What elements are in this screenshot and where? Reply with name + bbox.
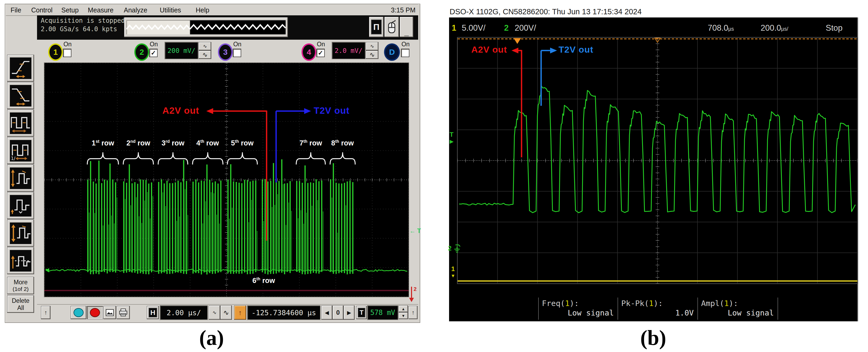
trigger-level-spinner[interactable]: ▲ ▼: [399, 306, 408, 319]
row-label-8: 8th row: [326, 139, 359, 147]
stop-button[interactable]: [87, 306, 103, 319]
b-run-state: Stop: [826, 23, 843, 33]
printer-icon: [119, 309, 127, 317]
check-icon: ✓: [151, 49, 156, 57]
run-icon: [73, 308, 84, 317]
amplitude-icon: [10, 222, 31, 244]
screen-capture-button[interactable]: [104, 306, 116, 319]
menu-utilities[interactable]: Utilities: [157, 5, 184, 15]
menu-control[interactable]: Control: [29, 5, 55, 15]
run-button[interactable]: [71, 306, 86, 319]
zoom-out-button[interactable]: ∿: [209, 306, 220, 319]
channel1-button[interactable]: 1: [48, 43, 63, 61]
channel2-scale-spinner[interactable]: ∿ ∿: [199, 42, 211, 59]
delay-time-display[interactable]: -125.7384600 µs: [248, 306, 320, 319]
meas-average-button[interactable]: [7, 248, 34, 274]
menu-analyze[interactable]: Analyze: [121, 5, 150, 15]
row-label-6: 6th row: [247, 277, 280, 285]
row-label-2: 2nd row: [122, 139, 155, 147]
down-triangle-icon[interactable]: ▼: [399, 313, 408, 319]
caption-a: (a): [183, 326, 241, 350]
caption-b: (b): [624, 326, 682, 350]
memory-bar-window[interactable]: [126, 20, 190, 34]
channel2-on-checkbox[interactable]: ✓: [150, 49, 157, 57]
scroll-up-left-button[interactable]: ↑: [41, 306, 50, 319]
row-label-3: 3rd row: [157, 139, 189, 147]
b-ch1-scale: 5.00V/: [462, 23, 486, 33]
mouse-mode-button[interactable]: [384, 17, 399, 37]
row-label-7: 7th row: [294, 139, 327, 147]
menu-file[interactable]: File: [8, 5, 24, 15]
channel1-on-checkbox[interactable]: [63, 49, 71, 57]
pulse-mode-button[interactable]: Π: [369, 17, 383, 37]
channel4-on-checkbox[interactable]: ✓: [317, 49, 324, 57]
meas-period-button[interactable]: [7, 110, 34, 136]
waveform-b-plot: [458, 37, 858, 284]
b-trigger-level-marker: T ▶: [450, 131, 454, 145]
channel4-scale-display[interactable]: 2.0 mV/: [332, 42, 365, 59]
meas-minimum-button[interactable]: [7, 193, 34, 219]
delete-all-button[interactable]: Delete All: [7, 296, 34, 313]
minimize-button[interactable]: _: [400, 17, 413, 37]
channel3-on-checkbox[interactable]: [233, 49, 241, 57]
channel3-button[interactable]: 3: [218, 43, 233, 61]
screen-right-edge: [858, 18, 858, 321]
scale-down-icon[interactable]: ∿: [366, 51, 378, 59]
pkpk-measurement-value: 1.0V: [621, 308, 694, 317]
meas-overshoot-button[interactable]: [7, 165, 34, 191]
channel4-button[interactable]: 4: [302, 43, 316, 61]
channel2-scale-display[interactable]: 200 mV/: [165, 42, 198, 59]
memory-bar[interactable]: [124, 18, 288, 37]
digital-on-label: On: [401, 41, 410, 48]
timebase-display[interactable]: 2.00 µs/: [160, 306, 207, 319]
scale-down-icon[interactable]: ∿: [199, 51, 211, 59]
print-button[interactable]: [117, 306, 130, 319]
trigger-level-display[interactable]: 578 mV: [368, 306, 398, 319]
ampl-measurement-label: Ampl(1):: [701, 299, 738, 308]
more-button[interactable]: More (1of 2): [7, 277, 34, 294]
memory-bar-full: [190, 20, 286, 34]
right-triangle-icon: ▶: [347, 310, 351, 316]
right-triangle-icon: ▶: [450, 138, 454, 145]
down-triangle-icon: ▼: [451, 273, 456, 279]
meas-divider: [778, 297, 778, 320]
zero-delay-button[interactable]: 0: [333, 306, 343, 319]
pan-right-button[interactable]: ▶: [344, 306, 354, 319]
digital-channel-button[interactable]: D: [384, 43, 400, 61]
ground-icon: [453, 244, 461, 253]
up-triangle-icon[interactable]: ▲: [399, 306, 408, 312]
trigger-button[interactable]: T: [356, 306, 367, 319]
channel2-button[interactable]: 2: [134, 43, 149, 61]
more-button-label: More: [7, 279, 34, 286]
menu-setup[interactable]: Setup: [59, 5, 81, 15]
meas-amplitude-button[interactable]: [7, 220, 34, 247]
image-icon: [106, 309, 114, 316]
scale-up-icon[interactable]: ∿: [366, 42, 378, 50]
digital-on-checkbox[interactable]: [401, 49, 409, 57]
pan-left-button[interactable]: ◀: [321, 306, 332, 319]
menu-measure[interactable]: Measure: [85, 5, 116, 15]
row-label-4: 4th row: [191, 139, 224, 147]
meas-divider: [698, 297, 698, 320]
t2v-out-label: T2V out: [314, 105, 349, 116]
pulse-icon: Π: [371, 20, 382, 34]
meas-rise-time-button[interactable]: [7, 55, 34, 82]
screenshot-stage: File Control Setup Measure Analyze Utili…: [0, 0, 868, 352]
zoom-in-button[interactable]: ∿: [221, 306, 232, 319]
pkpk-measurement-label: Pk-Pk(1):: [621, 299, 663, 308]
b-ch2-scale: 200V/: [515, 23, 536, 33]
horizontal-button[interactable]: H: [147, 306, 159, 319]
minimum-icon: [10, 195, 31, 217]
check-icon: ✓: [318, 49, 323, 57]
scale-up-icon[interactable]: ∿: [199, 42, 211, 50]
scope-b-header: DSO-X 1102G, CN58286200: Thu Jun 13 17:1…: [450, 7, 642, 16]
trigger-position-button[interactable]: ↑: [234, 306, 246, 319]
delete-all-label-2: All: [7, 305, 34, 312]
meas-fall-time-button[interactable]: [7, 83, 34, 109]
channel4-scale-spinner[interactable]: ∿ ∿: [366, 42, 378, 59]
meas-frequency-button[interactable]: 1/: [7, 137, 34, 164]
menu-help[interactable]: Help: [193, 5, 212, 15]
acquisition-status: Acquisition is stopped.: [41, 17, 128, 24]
mouse-icon: [387, 20, 397, 34]
scroll-up-right-button[interactable]: ↑: [409, 306, 417, 319]
